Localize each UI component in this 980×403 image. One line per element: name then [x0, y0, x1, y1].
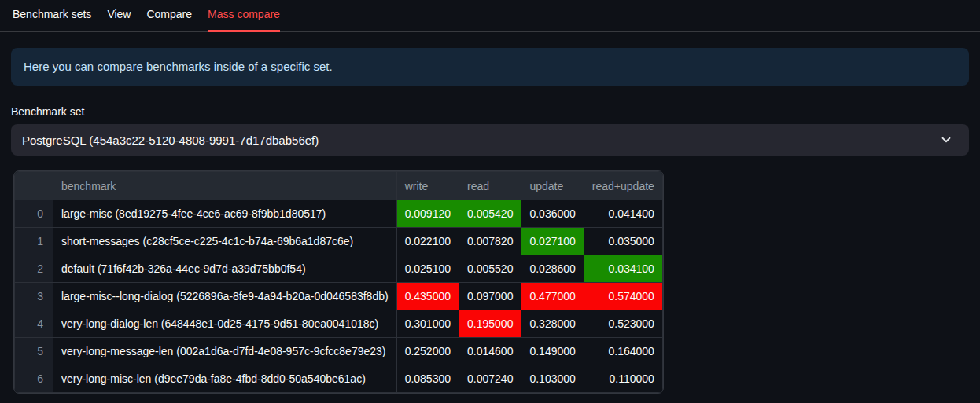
row-index: 2	[15, 255, 53, 283]
row-index: 5	[15, 338, 53, 365]
row-index: 1	[15, 228, 53, 255]
update-value-cell: 0.149000	[521, 338, 584, 365]
write-value-cell: 0.252000	[396, 338, 459, 365]
col-header-benchmark: benchmark	[53, 172, 397, 200]
update-value-cell: 0.036000	[521, 200, 584, 228]
benchmark-name-cell: very-long-dialog-len (648448e1-0d25-4175…	[53, 310, 397, 338]
row-index: 4	[15, 310, 53, 338]
benchmark-name-cell: large-misc--long-dialog (5226896a-8fe9-4…	[53, 283, 397, 310]
read-value-cell: 0.097000	[459, 283, 521, 310]
update-value-cell: 0.028600	[521, 255, 584, 283]
read-value-cell: 0.007820	[459, 228, 521, 255]
table-row: 3large-misc--long-dialog (5226896a-8fe9-…	[15, 283, 663, 310]
read-update-value-cell: 0.035000	[584, 228, 662, 255]
update-value-cell: 0.103000	[521, 365, 584, 393]
read-update-value-cell: 0.523000	[584, 310, 662, 338]
row-index: 0	[15, 200, 53, 228]
top-tab-bar: Benchmark sets View Compare Mass compare	[0, 0, 980, 32]
read-value-cell: 0.005520	[459, 255, 521, 283]
read-update-value-cell: 0.041400	[584, 200, 662, 228]
read-value-cell: 0.195000	[459, 310, 521, 338]
info-banner: Here you can compare benchmarks inside o…	[11, 48, 969, 86]
compare-table-container: benchmark write read update read+update …	[13, 170, 664, 394]
read-value-cell: 0.005420	[459, 200, 521, 228]
col-header-read: read	[459, 172, 521, 200]
update-value-cell: 0.477000	[521, 283, 584, 310]
col-header-update: update	[521, 172, 584, 200]
table-row: 2default (71f6f42b-326a-44ec-9d7d-a39d75…	[15, 255, 663, 283]
read-update-value-cell: 0.110000	[584, 365, 662, 393]
compare-table: benchmark write read update read+update …	[14, 171, 663, 393]
table-row: 1short-messages (c28cf5ce-c225-4c1c-b74a…	[15, 228, 663, 255]
benchmark-name-cell: large-misc (8ed19275-4fee-4ce6-ac69-8f9b…	[53, 200, 397, 228]
update-value-cell: 0.328000	[521, 310, 584, 338]
write-value-cell: 0.301000	[396, 310, 459, 338]
benchmark-name-cell: default (71f6f42b-326a-44ec-9d7d-a39d75b…	[53, 255, 397, 283]
table-body: 0large-misc (8ed19275-4fee-4ce6-ac69-8f9…	[15, 200, 663, 393]
benchmark-set-selected-value: PostgreSQL (454a3c22-5120-4808-9991-7d17…	[22, 134, 939, 147]
write-value-cell: 0.009120	[396, 200, 459, 228]
table-row: 4very-long-dialog-len (648448e1-0d25-417…	[15, 310, 663, 338]
col-header-read-update: read+update	[584, 172, 662, 200]
benchmark-name-cell: short-messages (c28cf5ce-c225-4c1c-b74a-…	[53, 228, 397, 255]
read-update-value-cell: 0.574000	[584, 283, 662, 310]
main-content: Here you can compare benchmarks inside o…	[0, 48, 980, 397]
table-row: 5very-long-message-len (002a1d6a-d7fd-4e…	[15, 338, 663, 365]
table-row: 6very-long-misc-len (d9ee79da-fa8e-4fbd-…	[15, 365, 663, 393]
benchmark-name-cell: very-long-message-len (002a1d6a-d7fd-4e0…	[53, 338, 397, 365]
col-header-write: write	[396, 172, 459, 200]
read-update-value-cell: 0.034100	[584, 255, 662, 283]
table-row: 0large-misc (8ed19275-4fee-4ce6-ac69-8f9…	[15, 200, 663, 228]
update-value-cell: 0.027100	[521, 228, 584, 255]
benchmark-set-select[interactable]: PostgreSQL (454a3c22-5120-4808-9991-7d17…	[11, 124, 969, 156]
benchmark-name-cell: very-long-misc-len (d9ee79da-fa8e-4fbd-8…	[53, 365, 397, 393]
info-banner-text: Here you can compare benchmarks inside o…	[24, 60, 333, 73]
tab-mass-compare[interactable]: Mass compare	[208, 7, 280, 32]
row-index: 3	[15, 283, 53, 310]
tab-benchmark-sets[interactable]: Benchmark sets	[13, 7, 91, 32]
benchmark-set-label: Benchmark set	[11, 105, 969, 118]
read-update-value-cell: 0.164000	[584, 338, 662, 365]
read-value-cell: 0.007240	[459, 365, 521, 393]
write-value-cell: 0.435000	[396, 283, 459, 310]
write-value-cell: 0.025100	[396, 255, 459, 283]
table-header: benchmark write read update read+update	[15, 172, 663, 200]
tab-compare[interactable]: Compare	[146, 7, 192, 32]
read-value-cell: 0.014600	[459, 338, 521, 365]
col-header-index	[15, 172, 53, 200]
write-value-cell: 0.085300	[396, 365, 459, 393]
tab-view[interactable]: View	[107, 7, 131, 32]
row-index: 6	[15, 365, 53, 393]
chevron-down-icon	[939, 133, 953, 147]
write-value-cell: 0.022100	[396, 228, 459, 255]
